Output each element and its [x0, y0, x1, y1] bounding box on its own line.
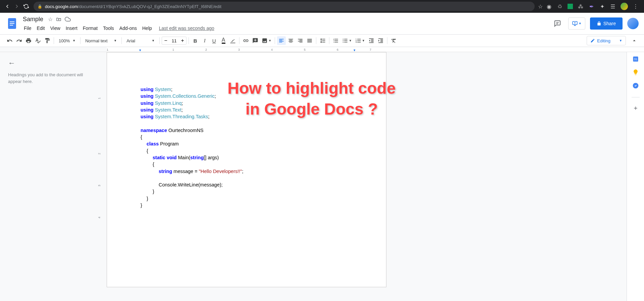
extension-green-icon[interactable] — [568, 4, 573, 9]
browser-menu-icon[interactable]: ⋮ — [633, 3, 639, 9]
align-left-button[interactable] — [277, 36, 286, 45]
italic-button[interactable]: I — [200, 36, 209, 45]
lock-icon: 🔒 — [38, 4, 42, 9]
share-button[interactable]: Share — [590, 17, 623, 30]
docs-header: Sample ☆ File Edit View Insert Format To… — [0, 13, 644, 34]
cloud-status-icon[interactable] — [65, 16, 71, 22]
bulleted-list-button[interactable]: ▼ — [341, 36, 353, 45]
camera-icon[interactable]: ◉ — [546, 3, 552, 9]
align-center-button[interactable] — [286, 36, 295, 45]
print-button[interactable] — [24, 36, 33, 45]
text-color-button[interactable]: A — [219, 36, 228, 45]
clear-formatting-button[interactable] — [389, 36, 398, 45]
font-select[interactable]: Arial▼ — [124, 36, 157, 45]
decrease-indent-button[interactable] — [367, 36, 376, 45]
puzzle-icon[interactable]: ✦ — [599, 3, 605, 9]
vertical-ruler[interactable]: 1 2 3 4 — [97, 52, 107, 301]
page-scroll-area[interactable]: using System; using System.Collections.G… — [107, 52, 627, 301]
svg-point-9 — [343, 42, 343, 42]
formatting-toolbar: 100%▼ Normal text▼ Arial▼ − 11 + B I U A… — [0, 34, 644, 47]
browser-toolbar: 🔒 docs.google.com/document/d/1YBqnYSvkZL… — [0, 0, 644, 13]
insert-image-button[interactable]: ▼ — [260, 36, 273, 45]
highlight-color-button[interactable] — [228, 36, 237, 45]
font-size-increase[interactable]: + — [179, 38, 186, 44]
add-addon-icon[interactable] — [633, 105, 638, 111]
line-spacing-button[interactable] — [318, 36, 327, 45]
tasks-icon[interactable] — [632, 82, 639, 89]
calendar-icon[interactable]: 31 — [632, 55, 639, 62]
menu-edit[interactable]: Edit — [35, 24, 47, 32]
reading-list-icon[interactable]: ☰ — [610, 3, 616, 9]
browser-address-bar[interactable]: 🔒 docs.google.com/document/d/1YBqnYSvkZL… — [34, 2, 535, 11]
user-avatar[interactable] — [627, 18, 639, 29]
horizontal-ruler[interactable]: ▾ 1 1 2 3 4 5 6 7 ▾ — [0, 47, 644, 52]
svg-point-7 — [343, 39, 343, 39]
url-host: docs.google.com — [45, 4, 78, 9]
menu-format[interactable]: Format — [80, 24, 100, 32]
menu-file[interactable]: File — [21, 24, 34, 32]
svg-point-8 — [343, 40, 343, 41]
bold-button[interactable]: B — [191, 36, 200, 45]
url-path: /document/d/1YBqnYSvkZLubQOV-qJ_Egh3ZEea… — [78, 4, 221, 9]
zoom-select[interactable]: 100%▼ — [56, 36, 78, 45]
browser-back-button[interactable] — [3, 2, 12, 11]
browser-forward-button[interactable] — [12, 2, 21, 11]
svg-rect-2 — [10, 23, 14, 24]
font-size-input[interactable]: 11 — [169, 38, 179, 43]
browser-extensions: ◉ ♻ ⁂ ✒ ✦ ☰ ⋮ — [543, 3, 641, 10]
profile-avatar-icon[interactable] — [621, 3, 628, 10]
feather-icon[interactable]: ✒ — [588, 3, 594, 9]
font-size-decrease[interactable]: − — [162, 38, 169, 44]
menu-insert[interactable]: Insert — [63, 24, 80, 32]
side-panel: 31 — [627, 52, 644, 301]
svg-text:31: 31 — [634, 57, 637, 61]
editing-mode-button[interactable]: Editing▼ — [587, 36, 626, 45]
keep-icon[interactable] — [632, 69, 639, 76]
underline-button[interactable]: U — [210, 36, 218, 45]
align-right-button[interactable] — [296, 36, 305, 45]
docs-logo[interactable] — [5, 17, 19, 30]
extension-dots-icon[interactable]: ⁂ — [578, 3, 584, 9]
menu-bar: File Edit View Insert Format Tools Add-o… — [21, 24, 551, 32]
document-page[interactable]: using System; using System.Collections.G… — [107, 52, 386, 287]
share-label: Share — [603, 21, 616, 26]
align-justify-button[interactable] — [305, 36, 314, 45]
svg-rect-3 — [10, 25, 13, 26]
present-button[interactable]: ▼ — [568, 17, 585, 30]
insert-link-button[interactable] — [241, 36, 250, 45]
menu-help[interactable]: Help — [140, 24, 154, 32]
outline-placeholder: Headings you add to the document will ap… — [8, 72, 89, 85]
comments-button[interactable] — [551, 17, 564, 30]
last-edit-link[interactable]: Last edit was seconds ago — [159, 26, 214, 31]
star-icon[interactable]: ☆ — [537, 3, 543, 9]
undo-button[interactable] — [5, 36, 14, 45]
menu-addons[interactable]: Add-ons — [117, 24, 139, 32]
paragraph-style-select[interactable]: Normal text▼ — [83, 36, 119, 45]
increase-indent-button[interactable] — [376, 36, 385, 45]
numbered-list-button[interactable]: ▼ — [354, 36, 366, 45]
document-title[interactable]: Sample — [21, 15, 45, 24]
checklist-button[interactable] — [331, 36, 340, 45]
insert-comment-button[interactable] — [251, 36, 260, 45]
spell-check-button[interactable] — [34, 36, 42, 45]
close-outline-button[interactable]: ← — [8, 59, 89, 68]
collapse-toolbar-button[interactable] — [630, 36, 639, 45]
browser-reload-button[interactable] — [21, 2, 31, 11]
menu-tools[interactable]: Tools — [101, 24, 116, 32]
menu-view[interactable]: View — [48, 24, 63, 32]
move-document-icon[interactable] — [56, 16, 61, 22]
document-outline: ← Headings you add to the document will … — [0, 52, 97, 301]
paint-format-button[interactable] — [43, 36, 52, 45]
svg-rect-1 — [10, 22, 14, 22]
star-document-icon[interactable]: ☆ — [48, 16, 53, 23]
recycle-icon[interactable]: ♻ — [557, 3, 563, 9]
overlay-annotation: How to highlight code in Google Docs ? — [211, 78, 412, 120]
redo-button[interactable] — [15, 36, 23, 45]
